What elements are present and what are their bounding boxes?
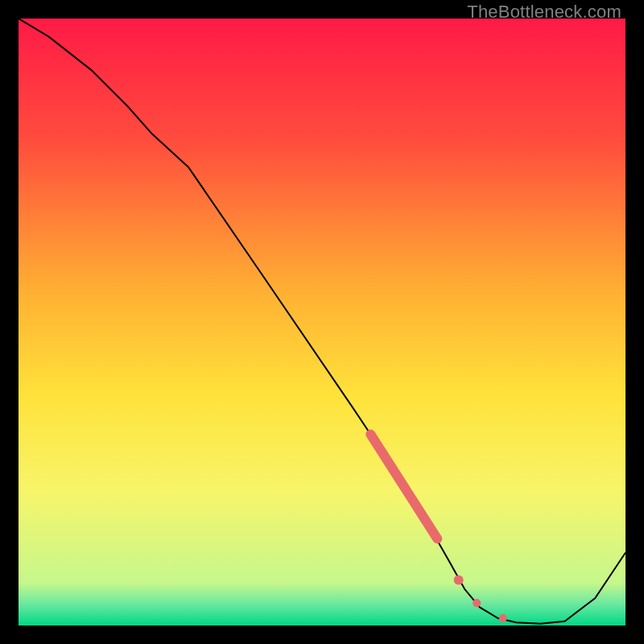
dot-3 xyxy=(499,614,507,622)
dot-2 xyxy=(473,599,481,607)
chart-svg xyxy=(19,19,625,625)
chart-background xyxy=(19,19,625,625)
dot-1 xyxy=(454,575,464,584)
chart-frame xyxy=(19,19,625,625)
watermark-text: TheBottleneck.com xyxy=(467,2,621,23)
